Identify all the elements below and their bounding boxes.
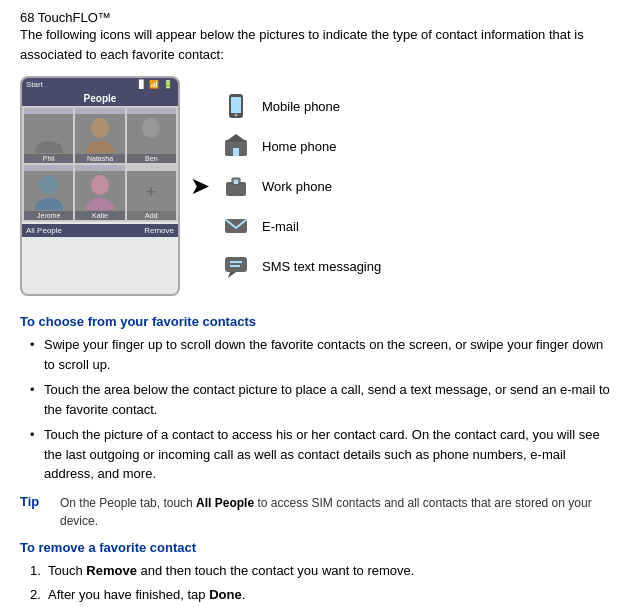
svg-rect-20: [225, 257, 247, 272]
tip-row: Tip On the People tab, touch All People …: [20, 494, 615, 530]
avatar-add: ＋: [127, 171, 176, 211]
svg-point-4: [142, 118, 160, 138]
phone-bottom-bar: All People Remove: [22, 224, 178, 237]
phone-remove[interactable]: Remove: [144, 226, 174, 235]
add-icon: ＋: [142, 179, 160, 203]
bullet-text-3: Touch the picture of a contact to access…: [44, 427, 600, 481]
svg-point-2: [91, 118, 109, 138]
contact-type-home: Home phone: [220, 130, 381, 162]
arrow-container: ➤: [180, 172, 220, 200]
contact-name-jerome: Jerome: [24, 211, 73, 220]
svg-rect-18: [234, 180, 238, 184]
section2-heading: To remove a favorite contact: [20, 540, 615, 555]
home-phone-label: Home phone: [262, 139, 336, 154]
svg-point-0: [40, 118, 58, 138]
avatar-katie: [75, 171, 124, 211]
phone-start-label: Start: [26, 80, 43, 89]
contact-cell-natasha[interactable]: Natasha: [75, 108, 124, 163]
phone-status-bar: Start ▊ 📶 🔋: [22, 78, 178, 91]
home-phone-icon: [220, 130, 252, 162]
contact-name-add: Add: [127, 211, 176, 220]
svg-point-1: [35, 141, 63, 153]
bullet-item-2: Touch the area below the contact picture…: [30, 380, 615, 419]
sms-icon: [220, 250, 252, 282]
avatar-ben: [127, 114, 176, 154]
step-2-num: 2.: [30, 585, 41, 605]
phone-mockup: Start ▊ 📶 🔋 People Phil: [20, 76, 180, 296]
page-header: 68 TouchFLO™: [20, 10, 615, 25]
svg-point-5: [137, 141, 165, 153]
avatar-phil: [24, 114, 73, 154]
work-phone-icon: [220, 170, 252, 202]
bullet-text-1: Swipe your finger up to scroll down the …: [44, 337, 603, 372]
svg-point-3: [86, 141, 114, 153]
contact-type-sms: SMS text messaging: [220, 250, 381, 282]
step-1-text-after: and then touch the contact you want to r…: [137, 563, 415, 578]
sms-label: SMS text messaging: [262, 259, 381, 274]
phone-contact-grid: Phil Natasha Ben: [22, 106, 178, 222]
main-content-area: Start ▊ 📶 🔋 People Phil: [20, 76, 615, 296]
svg-marker-21: [228, 272, 236, 278]
email-icon: [220, 210, 252, 242]
tip-text-before: On the People tab, touch: [60, 496, 196, 510]
contact-name-katie: Katie: [75, 211, 124, 220]
step-1-text-before: Touch: [48, 563, 86, 578]
svg-point-8: [91, 175, 109, 195]
section1-bullet-list: Swipe your finger up to scroll down the …: [20, 335, 615, 484]
step-1-bold: Remove: [86, 563, 137, 578]
work-phone-label: Work phone: [262, 179, 332, 194]
mobile-phone-label: Mobile phone: [262, 99, 340, 114]
contact-cell-ben[interactable]: Ben: [127, 108, 176, 163]
contact-name-ben: Ben: [127, 154, 176, 163]
section-remove-contact: To remove a favorite contact 1. Touch Re…: [20, 540, 615, 605]
bullet-text-2: Touch the area below the contact picture…: [44, 382, 610, 417]
svg-point-7: [35, 198, 63, 210]
bullet-item-1: Swipe your finger up to scroll down the …: [30, 335, 615, 374]
email-label: E-mail: [262, 219, 299, 234]
contact-name-phil: Phil: [24, 154, 73, 163]
phone-status-icons: ▊ 📶 🔋: [139, 80, 174, 89]
section1-heading: To choose from your favorite contacts: [20, 314, 615, 329]
mobile-phone-icon: [220, 90, 252, 122]
svg-point-6: [40, 175, 58, 195]
svg-rect-15: [233, 148, 239, 156]
avatar-jerome: [24, 171, 73, 211]
tip-highlight: All People: [196, 496, 254, 510]
step-1-num: 1.: [30, 561, 41, 581]
avatar-natasha: [75, 114, 124, 154]
contact-type-icons-list: Mobile phone Home phone Work phone: [220, 90, 381, 282]
section2-steps: 1. Touch Remove and then touch the conta…: [20, 561, 615, 605]
step-1: 1. Touch Remove and then touch the conta…: [30, 561, 615, 581]
phone-title: People: [22, 91, 178, 106]
contact-cell-phil[interactable]: Phil: [24, 108, 73, 163]
phone-all-people[interactable]: All People: [26, 226, 62, 235]
contact-cell-jerome[interactable]: Jerome: [24, 165, 73, 220]
contact-cell-add[interactable]: ＋ Add: [127, 165, 176, 220]
bullet-item-3: Touch the picture of a contact to access…: [30, 425, 615, 484]
svg-rect-11: [231, 97, 241, 113]
step-2: 2. After you have finished, tap Done.: [30, 585, 615, 605]
svg-point-12: [235, 114, 238, 117]
tip-text: On the People tab, touch All People to a…: [60, 494, 615, 530]
contact-type-work: Work phone: [220, 170, 381, 202]
svg-point-9: [86, 198, 114, 210]
page-header-text: 68 TouchFLO™: [20, 10, 111, 25]
svg-marker-14: [225, 134, 247, 142]
contact-cell-katie[interactable]: Katie: [75, 165, 124, 220]
intro-paragraph: The following icons will appear below th…: [20, 25, 615, 64]
step-2-bold: Done: [209, 587, 242, 602]
right-arrow-icon: ➤: [190, 172, 210, 200]
tip-label: Tip: [20, 494, 50, 509]
step-2-text-before: After you have finished, tap: [48, 587, 209, 602]
contact-type-mobile: Mobile phone: [220, 90, 381, 122]
contact-type-email: E-mail: [220, 210, 381, 242]
contact-name-natasha: Natasha: [75, 154, 124, 163]
section-favorite-contacts: To choose from your favorite contacts Sw…: [20, 314, 615, 484]
step-2-text-after: .: [242, 587, 246, 602]
